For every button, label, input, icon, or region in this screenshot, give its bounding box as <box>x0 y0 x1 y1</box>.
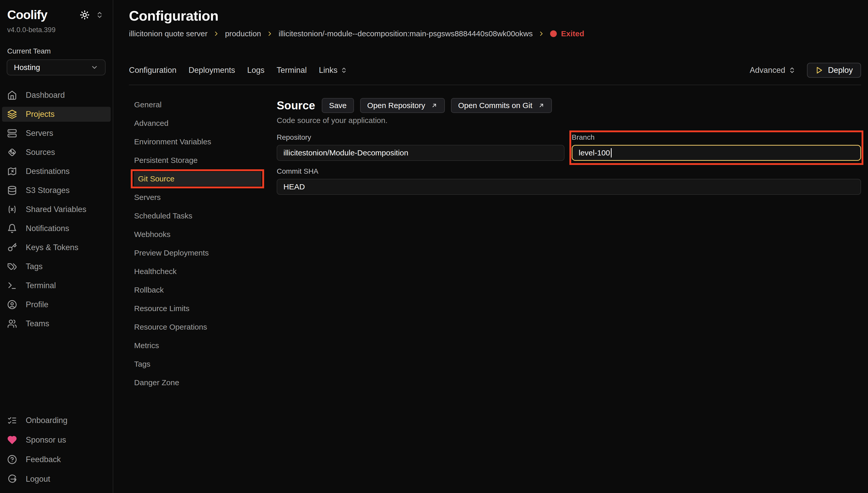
sidebar-item-sources[interactable]: Sources <box>2 145 111 160</box>
subnav-item-environment-variables[interactable]: Environment Variables <box>129 132 264 151</box>
subnav-item-healthcheck[interactable]: Healthcheck <box>129 262 264 281</box>
subnav-item-git-source[interactable]: Git Source <box>129 170 264 188</box>
sidebar-item-profile[interactable]: Profile <box>2 297 111 312</box>
database-icon <box>7 186 17 195</box>
subnav-item-webhooks[interactable]: Webhooks <box>129 225 264 244</box>
subnav-item-preview-deployments[interactable]: Preview Deployments <box>129 244 264 262</box>
advanced-menu[interactable]: Advanced <box>750 66 796 75</box>
breadcrumb-item[interactable]: illicitestonion/-module--decomposition:m… <box>278 29 533 38</box>
branch-value: level-100 <box>579 148 610 157</box>
sidebar-item-label: Tags <box>26 262 42 271</box>
sidebar-item-keys-tokens[interactable]: Keys & Tokens <box>2 240 111 255</box>
subnav-item-danger-zone[interactable]: Danger Zone <box>129 373 264 392</box>
app-logo[interactable]: Coolify <box>7 8 47 22</box>
heart-icon <box>7 435 17 445</box>
subnav-item-label: Danger Zone <box>129 378 179 387</box>
sidebar-item-tags[interactable]: Tags <box>2 259 111 274</box>
sidebar-item-onboarding[interactable]: Onboarding <box>2 413 111 428</box>
sidebar-item-label: Notifications <box>26 224 69 233</box>
tab-terminal[interactable]: Terminal <box>277 66 307 75</box>
tab-logs[interactable]: Logs <box>247 66 264 75</box>
subnav-item-tags[interactable]: Tags <box>129 355 264 373</box>
breadcrumb-item[interactable]: illicitonion quote server <box>129 29 208 38</box>
subnav-item-label: Git Source <box>134 172 261 186</box>
subnav-item-rollback[interactable]: Rollback <box>129 281 264 299</box>
sidebar-item-destinations[interactable]: Destinations <box>2 164 111 179</box>
breadcrumb-item[interactable]: production <box>225 29 261 38</box>
subnav-item-servers[interactable]: Servers <box>129 188 264 207</box>
key-icon <box>7 243 17 252</box>
save-label: Save <box>329 101 346 110</box>
tab-label: Deployments <box>188 66 235 75</box>
sidebar-item-label: S3 Storages <box>26 186 70 195</box>
subnav-item-metrics[interactable]: Metrics <box>129 336 264 355</box>
sidebar-item-notifications[interactable]: Notifications <box>2 221 111 236</box>
theme-switcher-chevrons-icon[interactable] <box>96 11 104 19</box>
theme-sun-icon[interactable] <box>80 10 90 20</box>
sidebar-item-shared-variables[interactable]: Shared Variables <box>2 202 111 217</box>
git-source-section: Source Save Open Repository Open Commits… <box>277 95 861 392</box>
branch-input[interactable]: level-100 <box>572 145 861 161</box>
breadcrumb: illicitonion quote serverproductionillic… <box>129 29 861 38</box>
tab-links[interactable]: Links <box>319 66 347 75</box>
save-button[interactable]: Save <box>322 98 354 113</box>
sidebar-item-teams[interactable]: Teams <box>2 316 111 331</box>
open-commits-button[interactable]: Open Commits on Git <box>451 98 552 113</box>
commit-sha-input[interactable]: HEAD <box>277 179 861 195</box>
sidebar-item-s3-storages[interactable]: S3 Storages <box>2 183 111 198</box>
tab-label: Links <box>319 66 337 75</box>
subnav-item-general[interactable]: General <box>129 95 264 114</box>
status-label: Exited <box>561 29 584 38</box>
subnav-item-persistent-storage[interactable]: Persistent Storage <box>129 151 264 170</box>
subnav-item-label: Persistent Storage <box>129 156 198 165</box>
content: GeneralAdvancedEnvironment VariablesPers… <box>129 95 861 392</box>
sidebar-item-label: Terminal <box>26 281 56 290</box>
commit-sha-label: Commit SHA <box>277 167 861 175</box>
sidebar-item-label: Sources <box>26 148 55 157</box>
subnav-item-label: Environment Variables <box>129 137 211 146</box>
sidebar-item-label: Feedback <box>26 455 61 464</box>
subnav-item-label: Scheduled Tasks <box>129 212 192 220</box>
subnav-item-label: Servers <box>129 193 161 202</box>
checklist-icon <box>7 415 17 425</box>
deploy-label: Deploy <box>828 66 853 75</box>
chevron-right-icon <box>538 30 545 37</box>
tab-label: Configuration <box>129 66 176 75</box>
sidebar: Coolify v4.0.0-beta.399 Current Team Hos… <box>0 0 113 493</box>
map-icon <box>7 167 17 176</box>
sidebar-item-projects[interactable]: Projects <box>2 107 111 122</box>
sidebar-item-terminal[interactable]: Terminal <box>2 278 111 293</box>
tab-configuration[interactable]: Configuration <box>129 66 176 75</box>
sidebar-item-servers[interactable]: Servers <box>2 126 111 141</box>
source-header: Source Save Open Repository Open Commits… <box>277 98 861 113</box>
repository-input[interactable]: illicitestonion/Module-Decomposition <box>277 145 565 161</box>
sidebar-item-label: Teams <box>26 319 49 328</box>
server-icon <box>7 128 17 138</box>
sidebar-item-label: Keys & Tokens <box>26 243 78 252</box>
sidebar-item-logout[interactable]: Logout <box>2 472 111 487</box>
commit-sha-value: HEAD <box>283 183 305 191</box>
current-team-label: Current Team <box>0 47 113 55</box>
section-description: Code source of your application. <box>277 116 861 125</box>
subnav-item-resource-limits[interactable]: Resource Limits <box>129 299 264 318</box>
team-select[interactable]: Hosting <box>7 60 106 76</box>
field-grid: Repository illicitestonion/Module-Decomp… <box>277 133 861 161</box>
open-repository-label: Open Repository <box>367 101 425 110</box>
user-circle-icon <box>7 300 17 309</box>
sidebar-header-icons <box>80 10 104 20</box>
sidebar-item-feedback[interactable]: Feedback <box>2 452 111 467</box>
tab-actions: Advanced Deploy <box>750 63 861 78</box>
subnav-item-resource-operations[interactable]: Resource Operations <box>129 318 264 336</box>
subnav-item-advanced[interactable]: Advanced <box>129 114 264 132</box>
subnav-item-scheduled-tasks[interactable]: Scheduled Tasks <box>129 207 264 225</box>
sidebar-item-sponsor-us[interactable]: Sponsor us <box>2 432 111 447</box>
status-badge: Exited <box>550 29 584 38</box>
sidebar-item-dashboard[interactable]: Dashboard <box>2 88 111 103</box>
open-repository-button[interactable]: Open Repository <box>360 98 445 113</box>
tab-label: Terminal <box>277 66 307 75</box>
repository-label: Repository <box>277 133 565 142</box>
subnav-item-label: Healthcheck <box>129 267 176 276</box>
tab-deployments[interactable]: Deployments <box>188 66 235 75</box>
chevron-down-icon <box>91 64 98 71</box>
deploy-button[interactable]: Deploy <box>807 63 861 78</box>
